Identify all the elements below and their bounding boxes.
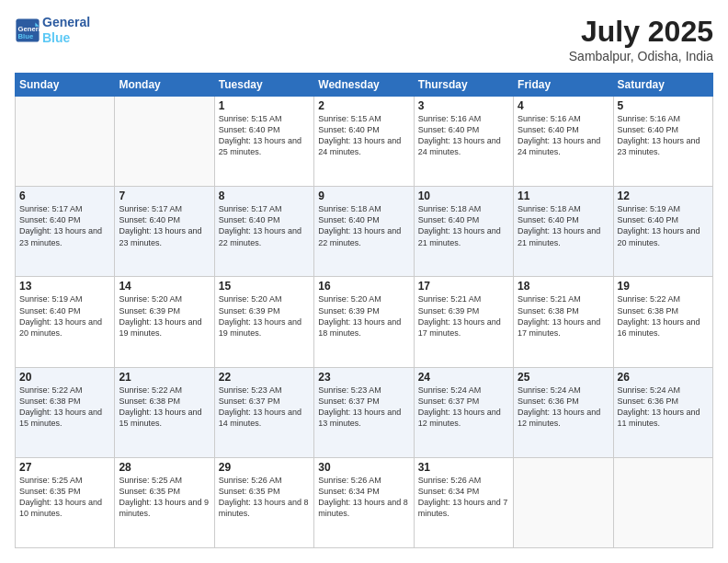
calendar-cell: 24Sunrise: 5:24 AM Sunset: 6:37 PM Dayli… (414, 367, 513, 457)
day-info: Sunrise: 5:20 AM Sunset: 6:39 PM Dayligh… (219, 293, 310, 339)
day-info: Sunrise: 5:18 AM Sunset: 6:40 PM Dayligh… (518, 203, 609, 248)
day-info: Sunrise: 5:26 AM Sunset: 6:34 PM Dayligh… (318, 475, 409, 520)
day-info: Sunrise: 5:21 AM Sunset: 6:38 PM Dayligh… (518, 293, 609, 339)
day-number: 8 (219, 190, 310, 202)
logo-text-blue: Blue (42, 30, 90, 46)
day-info: Sunrise: 5:17 AM Sunset: 6:40 PM Dayligh… (119, 203, 210, 248)
calendar-cell: 15Sunrise: 5:20 AM Sunset: 6:39 PM Dayli… (214, 277, 313, 367)
day-number: 20 (19, 371, 110, 384)
calendar-cell: 23Sunrise: 5:23 AM Sunset: 6:37 PM Dayli… (314, 367, 414, 457)
calendar-cell: 26Sunrise: 5:24 AM Sunset: 6:36 PM Dayli… (613, 367, 712, 457)
day-number: 6 (19, 190, 110, 202)
day-number: 15 (219, 280, 310, 293)
day-number: 29 (219, 461, 310, 474)
week-row-5: 27Sunrise: 5:25 AM Sunset: 6:35 PM Dayli… (16, 457, 713, 547)
calendar-cell (16, 97, 115, 187)
day-number: 22 (219, 371, 310, 384)
day-number: 1 (219, 99, 310, 112)
day-info: Sunrise: 5:25 AM Sunset: 6:35 PM Dayligh… (119, 475, 210, 520)
day-number: 11 (518, 190, 609, 202)
calendar-table: SundayMondayTuesdayWednesdayThursdayFrid… (15, 73, 713, 548)
day-info: Sunrise: 5:25 AM Sunset: 6:35 PM Dayligh… (19, 475, 110, 520)
day-number: 18 (518, 280, 609, 293)
week-row-2: 6Sunrise: 5:17 AM Sunset: 6:40 PM Daylig… (16, 187, 713, 277)
header-day-tuesday: Tuesday (214, 74, 313, 97)
calendar-cell: 18Sunrise: 5:21 AM Sunset: 6:38 PM Dayli… (514, 277, 613, 367)
calendar-header-row: SundayMondayTuesdayWednesdayThursdayFrid… (16, 74, 713, 97)
day-number: 30 (318, 461, 409, 474)
day-info: Sunrise: 5:16 AM Sunset: 6:40 PM Dayligh… (418, 113, 509, 158)
calendar-cell: 22Sunrise: 5:23 AM Sunset: 6:37 PM Dayli… (214, 367, 313, 457)
day-info: Sunrise: 5:22 AM Sunset: 6:38 PM Dayligh… (119, 385, 210, 430)
main-title: July 2025 (569, 15, 713, 49)
svg-text:Blue: Blue (18, 32, 34, 40)
calendar-cell: 14Sunrise: 5:20 AM Sunset: 6:39 PM Dayli… (115, 277, 214, 367)
calendar-cell: 31Sunrise: 5:26 AM Sunset: 6:34 PM Dayli… (414, 457, 513, 547)
calendar-cell: 27Sunrise: 5:25 AM Sunset: 6:35 PM Dayli… (16, 457, 115, 547)
calendar-cell: 25Sunrise: 5:24 AM Sunset: 6:36 PM Dayli… (514, 367, 613, 457)
calendar-cell (613, 457, 712, 547)
header: General Blue General Blue July 2025 Samb… (15, 15, 713, 63)
calendar-cell: 29Sunrise: 5:26 AM Sunset: 6:35 PM Dayli… (214, 457, 313, 547)
day-number: 2 (318, 99, 409, 112)
calendar-cell: 13Sunrise: 5:19 AM Sunset: 6:40 PM Dayli… (16, 277, 115, 367)
calendar-cell: 6Sunrise: 5:17 AM Sunset: 6:40 PM Daylig… (16, 187, 115, 277)
day-number: 3 (418, 99, 509, 112)
calendar-cell (115, 97, 214, 187)
calendar-cell: 3Sunrise: 5:16 AM Sunset: 6:40 PM Daylig… (414, 97, 513, 187)
header-day-monday: Monday (115, 74, 214, 97)
day-info: Sunrise: 5:26 AM Sunset: 6:34 PM Dayligh… (418, 475, 509, 520)
day-number: 5 (618, 99, 709, 112)
day-number: 4 (518, 99, 609, 112)
calendar-cell: 1Sunrise: 5:15 AM Sunset: 6:40 PM Daylig… (214, 97, 313, 187)
day-number: 25 (518, 371, 609, 384)
calendar-cell: 21Sunrise: 5:22 AM Sunset: 6:38 PM Dayli… (115, 367, 214, 457)
day-number: 17 (418, 280, 509, 293)
day-number: 7 (119, 190, 210, 202)
day-info: Sunrise: 5:22 AM Sunset: 6:38 PM Dayligh… (618, 293, 709, 339)
calendar-cell: 19Sunrise: 5:22 AM Sunset: 6:38 PM Dayli… (613, 277, 712, 367)
day-info: Sunrise: 5:18 AM Sunset: 6:40 PM Dayligh… (318, 203, 409, 248)
week-row-1: 1Sunrise: 5:15 AM Sunset: 6:40 PM Daylig… (16, 97, 713, 187)
day-info: Sunrise: 5:17 AM Sunset: 6:40 PM Dayligh… (219, 203, 310, 248)
calendar-cell: 20Sunrise: 5:22 AM Sunset: 6:38 PM Dayli… (16, 367, 115, 457)
day-number: 16 (318, 280, 409, 293)
logo: General Blue General Blue (15, 15, 90, 46)
calendar-cell: 8Sunrise: 5:17 AM Sunset: 6:40 PM Daylig… (214, 187, 313, 277)
day-info: Sunrise: 5:18 AM Sunset: 6:40 PM Dayligh… (418, 203, 509, 248)
day-number: 12 (618, 190, 709, 202)
day-number: 21 (119, 371, 210, 384)
day-info: Sunrise: 5:15 AM Sunset: 6:40 PM Dayligh… (219, 113, 310, 158)
day-info: Sunrise: 5:21 AM Sunset: 6:39 PM Dayligh… (418, 293, 509, 339)
calendar-cell: 16Sunrise: 5:20 AM Sunset: 6:39 PM Dayli… (314, 277, 414, 367)
day-number: 23 (318, 371, 409, 384)
week-row-3: 13Sunrise: 5:19 AM Sunset: 6:40 PM Dayli… (16, 277, 713, 367)
day-number: 31 (418, 461, 509, 474)
day-info: Sunrise: 5:16 AM Sunset: 6:40 PM Dayligh… (518, 113, 609, 158)
logo-text-general: General (42, 15, 90, 30)
day-number: 24 (418, 371, 509, 384)
calendar-cell: 10Sunrise: 5:18 AM Sunset: 6:40 PM Dayli… (414, 187, 513, 277)
day-info: Sunrise: 5:19 AM Sunset: 6:40 PM Dayligh… (618, 203, 709, 248)
day-number: 10 (418, 190, 509, 202)
day-info: Sunrise: 5:24 AM Sunset: 6:36 PM Dayligh… (518, 385, 609, 430)
day-info: Sunrise: 5:24 AM Sunset: 6:37 PM Dayligh… (418, 385, 509, 430)
day-number: 26 (618, 371, 709, 384)
day-info: Sunrise: 5:24 AM Sunset: 6:36 PM Dayligh… (618, 385, 709, 430)
day-info: Sunrise: 5:20 AM Sunset: 6:39 PM Dayligh… (119, 293, 210, 339)
calendar-cell (514, 457, 613, 547)
header-day-friday: Friday (514, 74, 613, 97)
logo-icon: General Blue (15, 17, 40, 43)
day-info: Sunrise: 5:26 AM Sunset: 6:35 PM Dayligh… (219, 475, 310, 520)
day-info: Sunrise: 5:15 AM Sunset: 6:40 PM Dayligh… (318, 113, 409, 158)
day-info: Sunrise: 5:23 AM Sunset: 6:37 PM Dayligh… (318, 385, 409, 430)
header-day-saturday: Saturday (613, 74, 712, 97)
day-info: Sunrise: 5:16 AM Sunset: 6:40 PM Dayligh… (618, 113, 709, 158)
header-day-sunday: Sunday (16, 74, 115, 97)
calendar-cell: 4Sunrise: 5:16 AM Sunset: 6:40 PM Daylig… (514, 97, 613, 187)
calendar-cell: 30Sunrise: 5:26 AM Sunset: 6:34 PM Dayli… (314, 457, 414, 547)
day-number: 19 (618, 280, 709, 293)
day-info: Sunrise: 5:23 AM Sunset: 6:37 PM Dayligh… (219, 385, 310, 430)
day-number: 13 (19, 280, 110, 293)
calendar-cell: 5Sunrise: 5:16 AM Sunset: 6:40 PM Daylig… (613, 97, 712, 187)
